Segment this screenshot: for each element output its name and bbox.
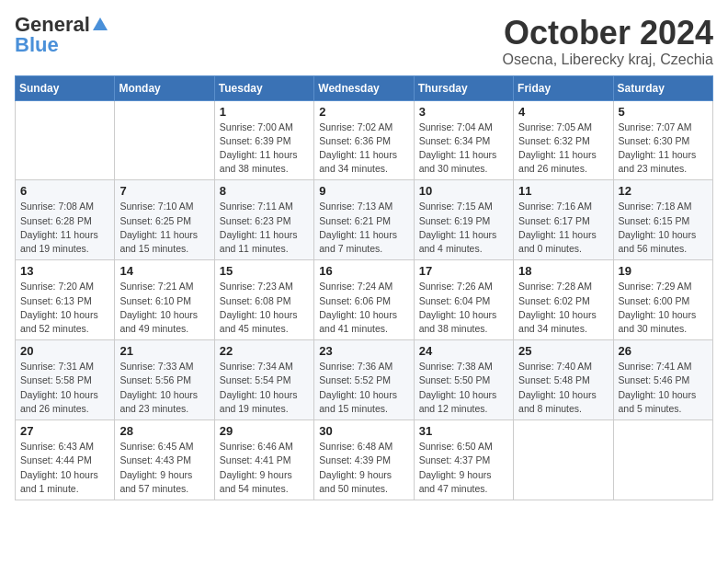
day-number: 15 — [220, 264, 309, 278]
calendar-cell — [16, 100, 115, 180]
calendar-cell: 16Sunrise: 7:24 AM Sunset: 6:06 PM Dayli… — [314, 260, 414, 340]
day-number: 19 — [619, 264, 708, 278]
calendar-cell: 8Sunrise: 7:11 AM Sunset: 6:23 PM Daylig… — [214, 180, 313, 260]
calendar-cell: 4Sunrise: 7:05 AM Sunset: 6:32 PM Daylig… — [514, 100, 613, 180]
day-detail: Sunrise: 7:20 AM Sunset: 6:13 PM Dayligh… — [20, 280, 109, 336]
calendar-week-3: 13Sunrise: 7:20 AM Sunset: 6:13 PM Dayli… — [16, 260, 713, 340]
day-number: 4 — [518, 105, 608, 119]
day-detail: Sunrise: 7:34 AM Sunset: 5:54 PM Dayligh… — [220, 360, 309, 416]
day-detail: Sunrise: 6:46 AM Sunset: 4:41 PM Dayligh… — [220, 440, 309, 496]
calendar-cell — [613, 420, 712, 500]
day-number: 12 — [619, 184, 708, 198]
calendar-cell: 30Sunrise: 6:48 AM Sunset: 4:39 PM Dayli… — [314, 420, 414, 500]
day-number: 14 — [119, 264, 209, 278]
calendar-cell: 23Sunrise: 7:36 AM Sunset: 5:52 PM Dayli… — [314, 340, 414, 420]
calendar-cell: 22Sunrise: 7:34 AM Sunset: 5:54 PM Dayli… — [214, 340, 313, 420]
calendar-cell: 14Sunrise: 7:21 AM Sunset: 6:10 PM Dayli… — [115, 260, 214, 340]
day-number: 16 — [319, 264, 408, 278]
weekday-header-monday: Monday — [115, 75, 214, 100]
day-number: 17 — [419, 264, 508, 278]
calendar-cell: 17Sunrise: 7:26 AM Sunset: 6:04 PM Dayli… — [414, 260, 513, 340]
day-detail: Sunrise: 7:13 AM Sunset: 6:21 PM Dayligh… — [319, 200, 408, 256]
day-number: 21 — [119, 344, 209, 358]
day-detail: Sunrise: 6:45 AM Sunset: 4:43 PM Dayligh… — [119, 440, 209, 496]
day-number: 26 — [619, 344, 708, 358]
weekday-header-friday: Friday — [514, 75, 613, 100]
logo-blue: Blue — [15, 35, 59, 55]
day-detail: Sunrise: 7:07 AM Sunset: 6:30 PM Dayligh… — [619, 121, 708, 177]
calendar-cell: 13Sunrise: 7:20 AM Sunset: 6:13 PM Dayli… — [16, 260, 115, 340]
calendar-table: SundayMondayTuesdayWednesdayThursdayFrid… — [15, 75, 713, 500]
calendar-week-4: 20Sunrise: 7:31 AM Sunset: 5:58 PM Dayli… — [16, 340, 713, 420]
day-detail: Sunrise: 7:28 AM Sunset: 6:02 PM Dayligh… — [518, 280, 608, 336]
day-detail: Sunrise: 7:36 AM Sunset: 5:52 PM Dayligh… — [319, 360, 408, 416]
day-number: 6 — [20, 184, 109, 198]
day-number: 8 — [220, 184, 309, 198]
svg-marker-0 — [93, 17, 108, 30]
weekday-header-wednesday: Wednesday — [314, 75, 414, 100]
day-detail: Sunrise: 6:43 AM Sunset: 4:44 PM Dayligh… — [20, 440, 109, 496]
logo: General Blue — [15, 15, 108, 55]
month-title: October 2024 — [503, 15, 713, 52]
location-title: Osecna, Liberecky kraj, Czechia — [503, 52, 713, 68]
day-number: 11 — [518, 184, 608, 198]
title-section: October 2024 Osecna, Liberecky kraj, Cze… — [503, 15, 713, 68]
day-number: 22 — [220, 344, 309, 358]
day-number: 13 — [20, 264, 109, 278]
calendar-cell: 26Sunrise: 7:41 AM Sunset: 5:46 PM Dayli… — [613, 340, 712, 420]
calendar-cell: 21Sunrise: 7:33 AM Sunset: 5:56 PM Dayli… — [115, 340, 214, 420]
calendar-cell: 12Sunrise: 7:18 AM Sunset: 6:15 PM Dayli… — [613, 180, 712, 260]
calendar-cell: 20Sunrise: 7:31 AM Sunset: 5:58 PM Dayli… — [16, 340, 115, 420]
calendar-cell: 28Sunrise: 6:45 AM Sunset: 4:43 PM Dayli… — [115, 420, 214, 500]
day-detail: Sunrise: 7:02 AM Sunset: 6:36 PM Dayligh… — [319, 121, 408, 177]
day-number: 9 — [319, 184, 408, 198]
day-detail: Sunrise: 7:21 AM Sunset: 6:10 PM Dayligh… — [119, 280, 209, 336]
day-detail: Sunrise: 7:00 AM Sunset: 6:39 PM Dayligh… — [220, 121, 309, 177]
calendar-cell: 25Sunrise: 7:40 AM Sunset: 5:48 PM Dayli… — [514, 340, 613, 420]
day-number: 7 — [119, 184, 209, 198]
logo-general: General — [15, 15, 90, 35]
day-number: 28 — [119, 424, 209, 438]
day-detail: Sunrise: 7:18 AM Sunset: 6:15 PM Dayligh… — [619, 200, 708, 256]
day-detail: Sunrise: 6:48 AM Sunset: 4:39 PM Dayligh… — [319, 440, 408, 496]
calendar-cell: 5Sunrise: 7:07 AM Sunset: 6:30 PM Daylig… — [613, 100, 712, 180]
day-number: 27 — [20, 424, 109, 438]
day-detail: Sunrise: 7:31 AM Sunset: 5:58 PM Dayligh… — [20, 360, 109, 416]
page-header: General Blue October 2024 Osecna, Libere… — [15, 15, 713, 68]
weekday-header-saturday: Saturday — [613, 75, 712, 100]
calendar-cell: 29Sunrise: 6:46 AM Sunset: 4:41 PM Dayli… — [214, 420, 313, 500]
day-detail: Sunrise: 7:26 AM Sunset: 6:04 PM Dayligh… — [419, 280, 508, 336]
calendar-cell: 2Sunrise: 7:02 AM Sunset: 6:36 PM Daylig… — [314, 100, 414, 180]
day-number: 31 — [419, 424, 508, 438]
day-detail: Sunrise: 7:23 AM Sunset: 6:08 PM Dayligh… — [220, 280, 309, 336]
calendar-cell: 7Sunrise: 7:10 AM Sunset: 6:25 PM Daylig… — [115, 180, 214, 260]
day-detail: Sunrise: 7:11 AM Sunset: 6:23 PM Dayligh… — [220, 200, 309, 256]
day-number: 23 — [319, 344, 408, 358]
weekday-header-thursday: Thursday — [414, 75, 513, 100]
calendar-cell — [514, 420, 613, 500]
calendar-cell: 27Sunrise: 6:43 AM Sunset: 4:44 PM Dayli… — [16, 420, 115, 500]
calendar-week-2: 6Sunrise: 7:08 AM Sunset: 6:28 PM Daylig… — [16, 180, 713, 260]
day-detail: Sunrise: 7:16 AM Sunset: 6:17 PM Dayligh… — [518, 200, 608, 256]
day-number: 20 — [20, 344, 109, 358]
calendar-cell: 10Sunrise: 7:15 AM Sunset: 6:19 PM Dayli… — [414, 180, 513, 260]
day-detail: Sunrise: 7:05 AM Sunset: 6:32 PM Dayligh… — [518, 121, 608, 177]
calendar-cell: 15Sunrise: 7:23 AM Sunset: 6:08 PM Dayli… — [214, 260, 313, 340]
weekday-header-tuesday: Tuesday — [214, 75, 313, 100]
weekday-header-row: SundayMondayTuesdayWednesdayThursdayFrid… — [16, 75, 713, 100]
day-number: 24 — [419, 344, 508, 358]
day-detail: Sunrise: 7:40 AM Sunset: 5:48 PM Dayligh… — [518, 360, 608, 416]
day-detail: Sunrise: 7:41 AM Sunset: 5:46 PM Dayligh… — [619, 360, 708, 416]
day-detail: Sunrise: 7:10 AM Sunset: 6:25 PM Dayligh… — [119, 200, 209, 256]
calendar-cell: 11Sunrise: 7:16 AM Sunset: 6:17 PM Dayli… — [514, 180, 613, 260]
day-number: 25 — [518, 344, 608, 358]
calendar-cell: 24Sunrise: 7:38 AM Sunset: 5:50 PM Dayli… — [414, 340, 513, 420]
weekday-header-sunday: Sunday — [16, 75, 115, 100]
calendar-cell: 31Sunrise: 6:50 AM Sunset: 4:37 PM Dayli… — [414, 420, 513, 500]
calendar-cell: 9Sunrise: 7:13 AM Sunset: 6:21 PM Daylig… — [314, 180, 414, 260]
calendar-cell — [115, 100, 214, 180]
logo-icon — [92, 16, 108, 32]
calendar-cell: 19Sunrise: 7:29 AM Sunset: 6:00 PM Dayli… — [613, 260, 712, 340]
day-number: 10 — [419, 184, 508, 198]
calendar-week-1: 1Sunrise: 7:00 AM Sunset: 6:39 PM Daylig… — [16, 100, 713, 180]
